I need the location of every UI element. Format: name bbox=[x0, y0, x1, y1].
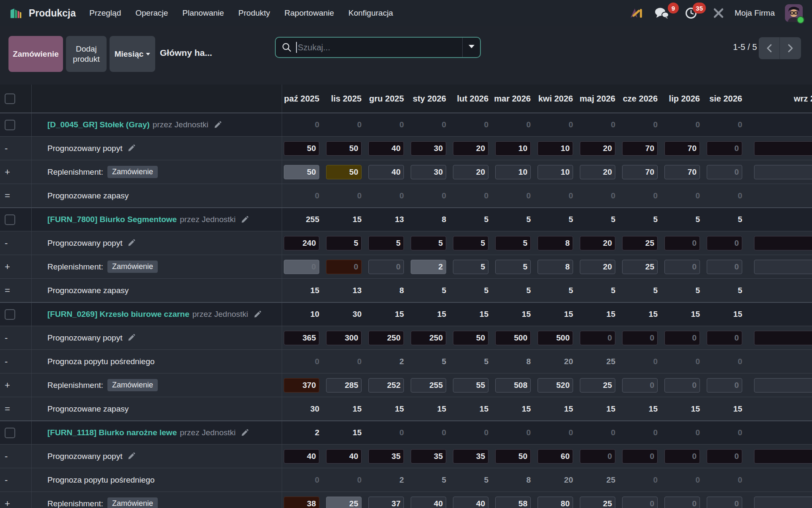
tools-debug-icon[interactable] bbox=[713, 7, 724, 19]
forecast-input[interactable]: 8 bbox=[538, 236, 573, 250]
add-product-button[interactable]: Dodaj produkt bbox=[66, 36, 107, 72]
pager-previous-button[interactable] bbox=[759, 37, 780, 59]
menu-planning[interactable]: Planowanie bbox=[182, 8, 224, 18]
forecast-input[interactable]: 50 bbox=[284, 165, 319, 179]
forecast-input[interactable]: 20 bbox=[453, 141, 488, 156]
edit-pencil-icon[interactable] bbox=[127, 452, 135, 460]
forecast-input[interactable]: 0 bbox=[664, 497, 700, 508]
replenish-order-badge[interactable]: Zamówienie bbox=[107, 379, 158, 391]
forecast-input[interactable]: 30 bbox=[411, 165, 446, 179]
search-bar[interactable] bbox=[275, 37, 481, 58]
forecast-input[interactable]: 508 bbox=[495, 378, 531, 393]
forecast-input[interactable]: 0 bbox=[707, 165, 742, 179]
forecast-input[interactable]: 0 bbox=[707, 449, 742, 464]
forecast-input[interactable]: 40 bbox=[368, 165, 404, 179]
forecast-input[interactable]: 520 bbox=[538, 378, 573, 393]
forecast-input[interactable]: 0 bbox=[664, 236, 700, 250]
edit-pencil-icon[interactable] bbox=[127, 144, 135, 152]
forecast-input[interactable]: 5 bbox=[411, 236, 446, 250]
forecast-input[interactable]: 38 bbox=[284, 497, 319, 508]
edit-pencil-icon[interactable] bbox=[214, 121, 222, 129]
forecast-input[interactable]: 20 bbox=[580, 141, 615, 156]
forecast-input[interactable]: 10 bbox=[495, 165, 531, 179]
forecast-input[interactable]: 0 bbox=[707, 141, 742, 156]
forecast-input[interactable]: 5 bbox=[453, 236, 488, 250]
forecast-input[interactable]: 0 bbox=[368, 260, 404, 274]
forecast-input[interactable]: 50 bbox=[453, 331, 488, 345]
forecast-input[interactable]: 70 bbox=[664, 141, 700, 156]
forecast-input[interactable]: 35 bbox=[411, 449, 446, 464]
forecast-input[interactable]: 500 bbox=[538, 331, 573, 345]
messages-icon[interactable]: 9 bbox=[654, 7, 670, 19]
row-checkbox[interactable] bbox=[5, 309, 15, 320]
forecast-input[interactable]: 370 bbox=[284, 378, 319, 393]
forecast-input[interactable]: 0 bbox=[622, 331, 658, 345]
edit-pencil-icon[interactable] bbox=[127, 452, 135, 460]
forecast-input[interactable]: 50 bbox=[495, 449, 531, 464]
forecast-input[interactable]: 250 bbox=[368, 331, 404, 345]
forecast-input[interactable]: 70 bbox=[622, 141, 658, 156]
forecast-input[interactable] bbox=[754, 236, 812, 250]
forecast-input[interactable]: 25 bbox=[580, 497, 615, 508]
edit-pencil-icon[interactable] bbox=[241, 429, 249, 437]
forecast-input[interactable]: 50 bbox=[326, 141, 362, 156]
app-switcher[interactable]: Produkcja bbox=[9, 7, 76, 20]
forecast-input[interactable]: 0 bbox=[326, 260, 362, 274]
forecast-input[interactable]: 240 bbox=[284, 236, 319, 250]
forecast-input[interactable]: 70 bbox=[622, 165, 658, 179]
forecast-input[interactable] bbox=[754, 449, 812, 464]
forecast-input[interactable]: 10 bbox=[538, 141, 573, 156]
product-link[interactable]: [FURN_0269] Krzesło biurowe czarne bbox=[47, 310, 189, 319]
menu-products[interactable]: Produkty bbox=[239, 8, 270, 18]
forecast-input[interactable]: 40 bbox=[284, 449, 319, 464]
forecast-input[interactable]: 0 bbox=[707, 236, 742, 250]
forecast-input[interactable]: 10 bbox=[538, 165, 573, 179]
search-filters-toggle[interactable] bbox=[462, 38, 480, 57]
forecast-input[interactable]: 285 bbox=[326, 378, 362, 393]
forecast-input[interactable]: 0 bbox=[707, 331, 742, 345]
replenish-order-badge[interactable]: Zamówienie bbox=[107, 166, 158, 178]
forecast-input[interactable]: 35 bbox=[368, 449, 404, 464]
forecast-input[interactable]: 0 bbox=[664, 378, 700, 393]
forecast-input[interactable]: 0 bbox=[580, 331, 615, 345]
search-input[interactable] bbox=[298, 38, 462, 57]
replenish-order-badge[interactable]: Zamówienie bbox=[107, 497, 158, 508]
forecast-input[interactable]: 40 bbox=[368, 141, 404, 156]
period-dropdown-button[interactable]: Miesiąc bbox=[110, 36, 155, 72]
forecast-input[interactable]: 0 bbox=[284, 260, 319, 274]
forecast-input[interactable]: 252 bbox=[368, 378, 404, 393]
forecast-input[interactable]: 300 bbox=[326, 331, 362, 345]
row-checkbox[interactable] bbox=[5, 93, 15, 104]
forecast-input[interactable]: 500 bbox=[495, 331, 531, 345]
menu-operations[interactable]: Operacje bbox=[135, 8, 168, 18]
edit-pencil-icon[interactable] bbox=[127, 334, 135, 342]
edit-pencil-icon[interactable] bbox=[253, 310, 261, 319]
user-avatar[interactable] bbox=[785, 4, 803, 22]
forecast-input[interactable]: 5 bbox=[453, 260, 488, 274]
forecast-input[interactable] bbox=[754, 497, 812, 508]
forecast-input[interactable]: 10 bbox=[495, 141, 531, 156]
forecast-input[interactable] bbox=[754, 378, 812, 393]
edit-pencil-icon[interactable] bbox=[127, 334, 135, 342]
forecast-input[interactable]: 25 bbox=[622, 236, 658, 250]
edit-pencil-icon[interactable] bbox=[241, 429, 249, 437]
edit-pencil-icon[interactable] bbox=[241, 216, 249, 224]
forecast-input[interactable]: 5 bbox=[368, 236, 404, 250]
forecast-input[interactable]: 0 bbox=[707, 497, 742, 508]
forecast-input[interactable] bbox=[754, 260, 812, 274]
edit-pencil-icon[interactable] bbox=[127, 144, 135, 152]
forecast-input[interactable]: 8 bbox=[538, 260, 573, 274]
activities-clock-icon[interactable]: 35 bbox=[685, 7, 697, 19]
product-link[interactable]: [FURN_7800] Biurko Segmentowe bbox=[47, 215, 177, 224]
forecast-input[interactable]: 25 bbox=[580, 378, 615, 393]
forecast-input[interactable]: 0 bbox=[664, 331, 700, 345]
forecast-input[interactable]: 50 bbox=[326, 165, 362, 179]
forecast-input[interactable]: 20 bbox=[580, 236, 615, 250]
forecast-input[interactable]: 35 bbox=[453, 449, 488, 464]
edit-pencil-icon[interactable] bbox=[127, 239, 135, 247]
forecast-input[interactable]: 365 bbox=[284, 331, 319, 345]
ai-icon[interactable] bbox=[629, 7, 644, 19]
forecast-input[interactable]: 25 bbox=[326, 497, 362, 508]
forecast-input[interactable]: 37 bbox=[368, 497, 404, 508]
forecast-input[interactable]: 0 bbox=[707, 378, 742, 393]
